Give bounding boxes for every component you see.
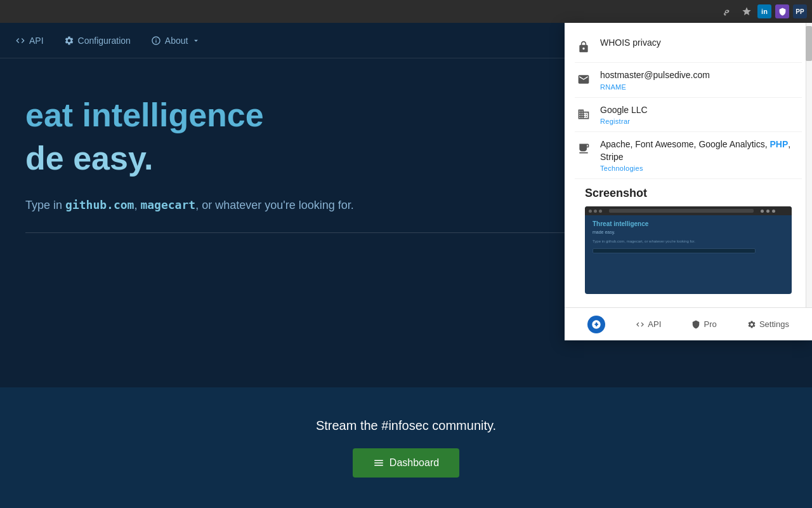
linkedin-browser-icon[interactable]: in xyxy=(757,4,771,18)
popup-row-registrar: Google LLC Registrar xyxy=(575,98,802,133)
whois-label: WHOIS privacy xyxy=(600,37,661,50)
mini-dot-3 xyxy=(599,210,602,213)
footer-pro[interactable]: Pro xyxy=(686,316,721,333)
mini-page-content: Threat intelligence made easy. Type in g… xyxy=(585,215,792,258)
mini-dot-2 xyxy=(594,210,597,213)
screenshot-title: Screenshot xyxy=(585,187,792,200)
mini-dot-1 xyxy=(589,210,592,213)
email-content: hostmaster@pulsedive.com RNAME xyxy=(600,69,710,91)
about-label: About xyxy=(165,36,188,46)
shield-browser-icon[interactable] xyxy=(775,4,789,18)
tech-icon xyxy=(575,140,593,157)
footer-pro-label: Pro xyxy=(704,319,716,329)
mini-page-subtitle: made easy. xyxy=(593,230,784,234)
key-browser-icon[interactable] xyxy=(722,4,736,18)
about-icon xyxy=(151,36,161,46)
mini-page-desc: Type in github.com, magecart, or whateve… xyxy=(593,239,784,243)
footer-api-label: API xyxy=(648,319,661,329)
email-label: hostmaster@pulsedive.com xyxy=(600,69,710,82)
whois-content: WHOIS privacy xyxy=(600,37,661,50)
registrar-sublabel: Registrar xyxy=(600,117,648,125)
popup-scrollbar[interactable] xyxy=(806,23,812,307)
footer-settings[interactable]: Settings xyxy=(742,316,794,333)
api-label: API xyxy=(29,36,44,46)
hero-desc-prefix: Type in xyxy=(25,199,65,211)
whois-icon xyxy=(575,38,593,56)
heart-rate-icon xyxy=(591,319,601,330)
email-sublabel: RNAME xyxy=(600,83,710,91)
popup-scrollbar-thumb[interactable] xyxy=(806,26,812,61)
popup-scroll-area[interactable]: WHOIS privacy hostmaster@pulsedive.com R… xyxy=(565,23,812,307)
mini-nav-dots xyxy=(761,210,775,213)
star-browser-icon[interactable] xyxy=(740,4,754,18)
api-icon xyxy=(15,36,25,46)
hero-divider xyxy=(25,232,571,233)
about-chevron-icon xyxy=(192,36,200,45)
hero-highlight2: magecart xyxy=(140,198,195,211)
mini-search-input xyxy=(593,248,756,253)
mini-page-title: Threat intelligence xyxy=(593,220,784,227)
pulsedive-logo xyxy=(587,316,605,333)
mini-browser-bar xyxy=(585,206,792,215)
footer-pro-icon xyxy=(691,320,700,329)
popup-content: WHOIS privacy hostmaster@pulsedive.com R… xyxy=(565,23,812,304)
config-label: Configuration xyxy=(78,36,131,46)
config-icon xyxy=(64,36,74,46)
registrar-content: Google LLC Registrar xyxy=(600,104,648,126)
dashboard-btn-label: Dashboard xyxy=(390,457,439,469)
nav-about[interactable]: About xyxy=(151,36,201,46)
browser-chrome: in PP xyxy=(0,0,812,23)
popup-row-whois: WHOIS privacy xyxy=(575,30,802,63)
popup-row-tech: Apache, Font Awesome, Google Analytics, … xyxy=(575,132,802,179)
nav-configuration[interactable]: Configuration xyxy=(64,36,131,46)
footer-settings-label: Settings xyxy=(759,319,789,329)
screenshot-section: Screenshot Threat intel xyxy=(575,179,802,304)
popup-row-email: hostmaster@pulsedive.com RNAME xyxy=(575,63,802,98)
ext-browser-icon[interactable]: PP xyxy=(793,4,807,18)
hero-desc-suffix: , or whatever you're looking for. xyxy=(195,199,354,211)
dashboard-button[interactable]: Dashboard xyxy=(353,448,459,478)
popup-footer: API Pro Settings xyxy=(565,307,812,340)
dashboard-icon xyxy=(373,457,384,469)
hero-highlight1: github.com xyxy=(65,198,134,211)
stream-section: Stream the #infosec community. Dashboard xyxy=(0,387,812,508)
registrar-label: Google LLC xyxy=(600,104,648,117)
tech-sublabel: Technologies xyxy=(600,164,802,172)
footer-logo-item[interactable] xyxy=(582,312,610,337)
stream-text: Stream the #infosec community. xyxy=(316,418,496,433)
footer-settings-icon xyxy=(747,320,756,329)
popup-panel: WHOIS privacy hostmaster@pulsedive.com R… xyxy=(565,23,812,340)
email-icon xyxy=(575,70,593,88)
hero-sep1: , xyxy=(134,199,140,211)
screenshot-image: Threat intelligence made easy. Type in g… xyxy=(585,206,792,294)
tech-content: Apache, Font Awesome, Google Analytics, … xyxy=(600,138,802,172)
building-icon xyxy=(575,105,593,123)
tech-label: Apache, Font Awesome, Google Analytics, … xyxy=(600,138,802,163)
footer-api[interactable]: API xyxy=(631,316,666,333)
footer-api-icon xyxy=(636,320,645,329)
nav-api[interactable]: API xyxy=(15,36,44,46)
